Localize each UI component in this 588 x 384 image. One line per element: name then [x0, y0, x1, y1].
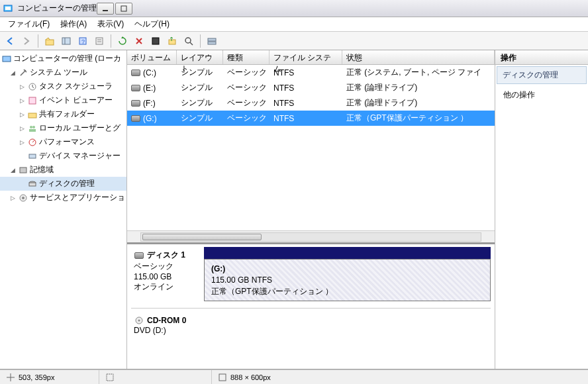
scrollbar-track[interactable] [140, 232, 481, 242]
svg-rect-13 [169, 40, 175, 44]
show-console-icon[interactable] [59, 34, 74, 48]
expand-icon[interactable]: ▷ [19, 97, 26, 104]
settings-icon[interactable] [148, 34, 163, 48]
expand-icon[interactable]: ▷ [19, 83, 26, 90]
volume-row[interactable]: (F:)シンプルベーシックNTFS正常 (論理ドライブ) [127, 95, 495, 111]
properties-icon[interactable] [92, 34, 107, 48]
volume-layout: シンプル [177, 81, 223, 94]
menu-file[interactable]: ファイル(F) [4, 17, 54, 31]
col-fs[interactable]: ファイル システム [270, 50, 342, 64]
svg-rect-21 [28, 113, 36, 118]
menu-help[interactable]: ヘルプ(H) [130, 17, 173, 31]
up-folder-icon[interactable] [42, 34, 57, 48]
disk-icon [27, 179, 38, 189]
disk-graphic-pane: ディスク 1 ベーシック 115.00 GB オンライン (G:) 115.00… [127, 242, 495, 369]
volume-name: (C:) [143, 68, 156, 77]
h-scrollbar[interactable] [127, 230, 495, 242]
toolbar-separator [111, 34, 111, 48]
scrollbar-thumb[interactable] [142, 234, 262, 240]
menu-action[interactable]: 操作(A) [56, 17, 91, 31]
expand-icon[interactable]: ▷ [19, 124, 26, 132]
export-icon[interactable] [165, 34, 179, 48]
svg-point-14 [185, 38, 191, 43]
tree-label: 共有フォルダー [39, 109, 95, 120]
tree-svcs[interactable]: ▷ サービスとアプリケーショ [0, 191, 126, 205]
col-kind[interactable]: 種類 [223, 50, 270, 64]
cdrom-label: CD-ROM 0 [147, 316, 186, 325]
perf-icon [27, 137, 38, 148]
volume-row[interactable]: (E:)シンプルベーシックNTFS正常 (論理ドライブ) [127, 80, 495, 95]
tree-localusers[interactable]: ▷ ローカル ユーザーとグ [0, 121, 126, 135]
menubar: ファイル(F) 操作(A) 表示(V) ヘルプ(H) [0, 17, 588, 32]
forward-button[interactable] [19, 34, 34, 48]
col-volume[interactable]: ボリューム [127, 50, 177, 64]
select-icon [106, 373, 114, 381]
refresh-icon[interactable] [115, 34, 130, 48]
delete-icon[interactable] [132, 34, 146, 48]
disk-row[interactable]: ディスク 1 ベーシック 115.00 GB オンライン (G:) 115.00… [131, 247, 491, 301]
tree-tasksched[interactable]: ▷ タスク スケジューラ [0, 79, 126, 93]
disk-view-icon[interactable] [205, 34, 219, 48]
svg-rect-16 [208, 38, 216, 41]
volume-fs: NTFS [270, 97, 342, 109]
svg-rect-38 [219, 374, 226, 381]
partition[interactable]: (G:) 115.00 GB NTFS 正常（GPT保護パーティション ） [204, 259, 491, 301]
event-icon [27, 95, 38, 106]
tree-perf[interactable]: ▷ パフォーマンス [0, 135, 126, 149]
disk-type: ベーシック [134, 261, 201, 272]
folder-icon [27, 109, 38, 120]
tree-eventvwr[interactable]: ▷ イベント ビューアー [0, 93, 126, 107]
storage-icon [18, 165, 28, 175]
svg-rect-1 [5, 7, 11, 10]
actions-header: 操作 [495, 50, 588, 65]
menu-view[interactable]: 表示(V) [93, 17, 128, 31]
back-button[interactable] [3, 34, 17, 48]
svg-rect-24 [29, 129, 36, 132]
toolbar-separator [200, 34, 201, 48]
tree-label: パフォーマンス [39, 136, 95, 148]
cdrom-icon [134, 315, 144, 326]
disk-size: 115.00 GB [134, 272, 201, 281]
col-layout[interactable]: レイアウト [177, 50, 223, 64]
nav-tree: コンピューターの管理 (ローカ ◢ システム ツール ▷ タスク スケジューラ … [0, 50, 127, 369]
titlebar: コンピューターの管理 [0, 0, 588, 17]
svg-point-23 [32, 126, 35, 128]
volume-kind: ベーシック [223, 81, 270, 94]
toolbar-separator [38, 34, 38, 48]
cdrom-drive: DVD (D:) [134, 326, 201, 335]
disk-row[interactable]: CD-ROM 0 DVD (D:) [131, 308, 491, 338]
tree-sharedf[interactable]: ▷ 共有フォルダー [0, 107, 126, 121]
actions-more[interactable]: 他の操作 [495, 85, 588, 105]
svg-rect-12 [152, 38, 159, 44]
volume-icon [131, 85, 140, 91]
volume-row[interactable]: (G:)シンプルベーシックNTFS正常（GPT保護パーティション ） [127, 111, 495, 126]
volume-icon [131, 70, 140, 76]
volume-icon [131, 100, 140, 107]
expand-icon[interactable]: ▷ [9, 194, 17, 201]
disk-info: ディスク 1 ベーシック 115.00 GB オンライン [131, 247, 204, 301]
maximize-button[interactable] [115, 3, 132, 15]
scan-icon[interactable] [181, 34, 196, 48]
svg-line-26 [32, 140, 34, 142]
disk-map[interactable]: (G:) 115.00 GB NTFS 正常（GPT保護パーティション ） [204, 247, 491, 301]
col-status[interactable]: 状態 [342, 50, 495, 64]
collapse-icon[interactable]: ◢ [9, 166, 17, 173]
svg-rect-20 [29, 97, 36, 104]
tree-systools[interactable]: ◢ システム ツール [0, 66, 126, 79]
main-area: コンピューターの管理 (ローカ ◢ システム ツール ▷ タスク スケジューラ … [0, 50, 588, 369]
volume-row[interactable]: (C:)シンプルベーシックNTFS正常 (システム, ブート, ページ ファイ [127, 65, 495, 80]
tree-storage[interactable]: ◢ 記憶域 [0, 163, 126, 177]
actions-pane: 操作 ディスクの管理 他の操作 [495, 50, 588, 369]
minimize-button[interactable] [97, 3, 114, 15]
device-icon [27, 151, 38, 162]
svg-rect-17 [208, 42, 216, 44]
help-icon[interactable]: ? [75, 34, 90, 48]
volume-kind: ベーシック [223, 66, 270, 79]
tree-diskmgmt[interactable]: ▷ ディスクの管理 [0, 177, 126, 191]
expand-icon[interactable]: ▷ [19, 111, 26, 118]
expand-icon[interactable]: ▷ [19, 138, 26, 146]
collapse-icon[interactable]: ◢ [9, 69, 17, 76]
tree-devmgr[interactable]: ▷ デバイス マネージャー [0, 149, 126, 163]
volume-list-body: (C:)シンプルベーシックNTFS正常 (システム, ブート, ページ ファイ(… [127, 65, 495, 230]
tree-root[interactable]: コンピューターの管理 (ローカ [0, 52, 126, 66]
